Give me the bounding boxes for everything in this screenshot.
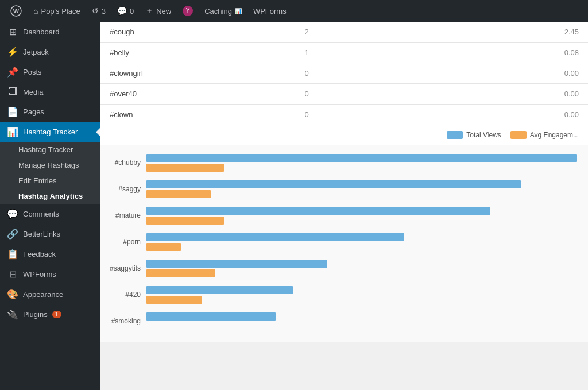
sidebar: ⊞ Dashboard ⚡ Jetpack 📌 Posts 🎞 Media 📄 … [0, 22, 100, 390]
sidebar-item-plugins[interactable]: 🔌 Plugins 1 [0, 304, 100, 325]
chart-row-bars [146, 154, 577, 172]
sidebar-item-jetpack[interactable]: ⚡ Jetpack [0, 42, 100, 62]
sidebar-submenu-hashtag: Hashtag Tracker Manage Hashtags Edit Ent… [0, 142, 100, 204]
table-cell-tag: #belly [100, 43, 296, 63]
bar-orange [146, 164, 224, 172]
legend-avg-engagement-label: Avg Engagem... [530, 131, 579, 139]
plugins-badge: 1 [52, 311, 61, 318]
table-cell-count: 0 [296, 84, 442, 105]
chart-row-bars [146, 233, 577, 251]
chart-rows: #chubby#saggy#mature#porn#saggytits#420#… [100, 151, 588, 333]
chart-row-label: #mature [100, 211, 146, 219]
jetpack-icon: ⚡ [7, 47, 18, 57]
table-row: #over40 0 0.00 [100, 84, 588, 105]
sidebar-item-posts[interactable]: 📌 Posts [0, 62, 100, 82]
sidebar-subitem-edit-entries[interactable]: Edit Entries [0, 173, 100, 188]
sidebar-item-appearance-label: Appearance [23, 290, 63, 299]
legend-total-views-label: Total Views [466, 131, 501, 139]
svg-text:W: W [13, 7, 20, 14]
table-row: #cough 2 2.45 [100, 22, 588, 43]
sidebar-item-betterlinks-label: BetterLinks [23, 230, 60, 238]
chart-row: #saggy [100, 177, 577, 200]
table-cell-count: 0 [296, 105, 442, 125]
sidebar-item-comments[interactable]: 💬 Comments [0, 204, 100, 224]
yoast-button[interactable]: Y [177, 0, 199, 22]
sidebar-item-media[interactable]: 🎞 Media [0, 82, 100, 102]
bar-blue [146, 312, 276, 321]
table-cell-value: 0.00 [442, 63, 588, 84]
table-row: #clowngirl 0 0.00 [100, 63, 588, 84]
site-name-button[interactable]: ⌂ Pop's Place [28, 0, 86, 22]
bar-blue [146, 154, 577, 162]
pages-icon: 📄 [7, 106, 18, 117]
wpforms-icon: ⊟ [7, 269, 18, 280]
plugins-icon: 🔌 [7, 309, 18, 320]
sidebar-item-dashboard[interactable]: ⊞ Dashboard [0, 22, 100, 42]
bar-blue [146, 207, 490, 215]
table-cell-value: 2.45 [442, 22, 588, 43]
sidebar-item-hashtag-tracker[interactable]: 📊 Hashtag Tracker [0, 122, 100, 142]
appearance-icon: 🎨 [7, 289, 18, 300]
home-icon: ⌂ [33, 6, 38, 16]
sidebar-item-feedback[interactable]: 📋 Feedback [0, 244, 100, 264]
sidebar-item-media-label: Media [23, 88, 43, 96]
table-cell-tag: #clowngirl [100, 63, 296, 84]
chart-row-bars [146, 286, 577, 304]
sidebar-item-appearance[interactable]: 🎨 Appearance [0, 284, 100, 304]
comments-icon: 💬 [117, 6, 127, 16]
media-icon: 🎞 [7, 87, 18, 97]
comments-sidebar-icon: 💬 [7, 208, 18, 219]
updates-count: 3 [102, 7, 106, 16]
sidebar-item-feedback-label: Feedback [23, 250, 56, 258]
main-layout: ⊞ Dashboard ⚡ Jetpack 📌 Posts 🎞 Media 📄 … [0, 22, 588, 390]
sidebar-item-jetpack-label: Jetpack [23, 48, 49, 56]
bar-blue [146, 286, 293, 294]
sidebar-item-betterlinks[interactable]: 🔗 BetterLinks [0, 224, 100, 244]
updates-icon: ↺ [92, 6, 99, 16]
chart-row-bars [146, 180, 577, 198]
table-cell-value: 0.00 [442, 84, 588, 105]
sidebar-active-arrow [96, 128, 100, 137]
sidebar-subitem-hashtag-tracker[interactable]: Hashtag Tracker [0, 142, 100, 157]
table-row: #clown 0 0.00 [100, 105, 588, 125]
table-cell-tag: #over40 [100, 84, 296, 105]
bar-orange [146, 243, 181, 251]
sidebar-item-wpforms-label: WPForms [23, 270, 56, 279]
chart-row-bars [146, 312, 577, 330]
legend-avg-engagement-color [510, 131, 527, 139]
chart-row-label: #saggytits [100, 264, 146, 272]
legend-total-views: Total Views [447, 131, 501, 139]
comments-button[interactable]: 💬 0 [111, 0, 140, 22]
chart-row-label: #420 [100, 291, 146, 299]
table-cell-count: 2 [296, 22, 442, 43]
wp-logo-button[interactable]: W [5, 0, 28, 22]
caching-chart-icon: 📊 [235, 8, 242, 14]
chart-row-bars [146, 260, 577, 277]
chart-row-label: #chubby [100, 159, 146, 167]
sidebar-item-wpforms[interactable]: ⊟ WPForms [0, 264, 100, 284]
table-row: #belly 1 0.08 [100, 43, 588, 63]
chart-legend: Total Views Avg Engagem... [100, 125, 588, 145]
new-label: New [156, 7, 171, 16]
bar-orange [146, 296, 202, 304]
wpforms-adminbar-button[interactable]: WPForms [247, 0, 292, 22]
chart-row: #porn [100, 230, 577, 253]
sidebar-item-hashtag-tracker-label: Hashtag Tracker [23, 128, 78, 136]
sidebar-subitem-manage-hashtags[interactable]: Manage Hashtags [0, 157, 100, 173]
caching-button[interactable]: Caching 📊 [199, 0, 247, 22]
sidebar-subitem-hashtag-analytics[interactable]: Hashtag Analytics [0, 188, 100, 204]
updates-button[interactable]: ↺ 3 [86, 0, 111, 22]
sidebar-item-pages[interactable]: 📄 Pages [0, 102, 100, 122]
yoast-icon: Y [183, 6, 193, 16]
new-content-button[interactable]: ＋ New [140, 0, 177, 22]
bar-blue [146, 233, 404, 241]
posts-icon: 📌 [7, 67, 18, 78]
sidebar-item-plugins-label: Plugins [23, 310, 48, 319]
chart-row-label: #smoking [100, 317, 146, 325]
hashtag-chart: #chubby#saggy#mature#porn#saggytits#420#… [100, 145, 588, 342]
bar-blue [146, 260, 327, 268]
table-cell-tag: #clown [100, 105, 296, 125]
chart-row-label: #porn [100, 238, 146, 246]
content-area: #cough 2 2.45 #belly 1 0.08 #clowngirl 0… [100, 22, 588, 390]
chart-row: #saggytits [100, 257, 577, 280]
